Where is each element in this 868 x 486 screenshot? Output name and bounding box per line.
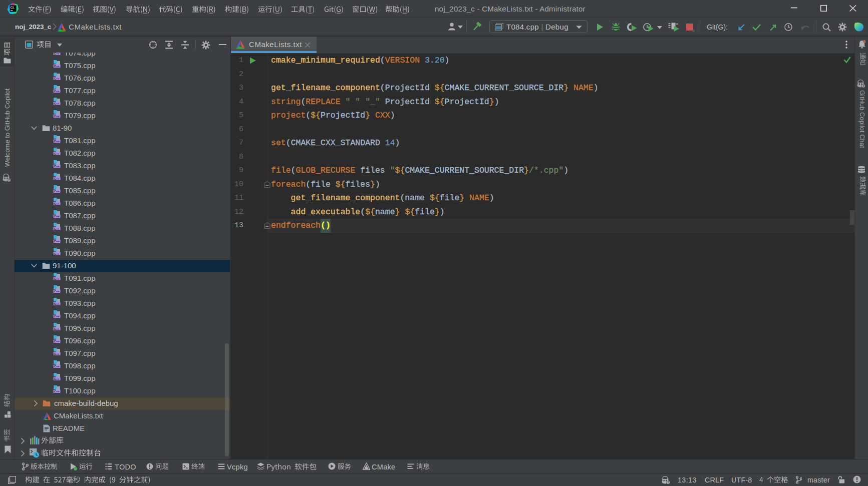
svg-text:C++: C++: [54, 277, 60, 280]
svg-text:C++: C++: [54, 377, 60, 380]
svg-text:C++: C++: [54, 202, 60, 205]
svg-text:C++: C++: [54, 65, 60, 68]
svg-text:C++: C++: [54, 102, 60, 105]
svg-text:C++: C++: [54, 352, 60, 355]
svg-text:C++: C++: [54, 190, 60, 193]
svg-text:C++: C++: [54, 165, 60, 168]
svg-text:C++: C++: [54, 140, 60, 143]
svg-text:C++: C++: [54, 77, 60, 80]
svg-text:C++: C++: [54, 290, 60, 293]
svg-text:C++: C++: [54, 240, 60, 243]
svg-text:C++: C++: [54, 53, 60, 55]
svg-text:C++: C++: [54, 315, 60, 318]
svg-text:C++: C++: [54, 227, 60, 230]
svg-text:3: 3: [692, 29, 695, 33]
svg-text:C++: C++: [54, 327, 60, 330]
svg-text:C++: C++: [54, 152, 60, 155]
svg-text:CL: CL: [11, 6, 15, 9]
svg-text:C++: C++: [54, 115, 60, 118]
svg-text:C++: C++: [54, 215, 60, 218]
svg-text:C++: C++: [54, 252, 60, 255]
svg-text:C++: C++: [54, 390, 60, 393]
svg-text:?: ?: [667, 480, 669, 484]
svg-text:C++: C++: [54, 365, 60, 368]
svg-text:?: ?: [8, 178, 10, 182]
svg-text:?: ?: [862, 84, 864, 88]
svg-text:C++: C++: [54, 90, 60, 93]
svg-text:C++: C++: [54, 177, 60, 180]
svg-text:C++: C++: [54, 340, 60, 343]
svg-text:C++: C++: [54, 302, 60, 305]
